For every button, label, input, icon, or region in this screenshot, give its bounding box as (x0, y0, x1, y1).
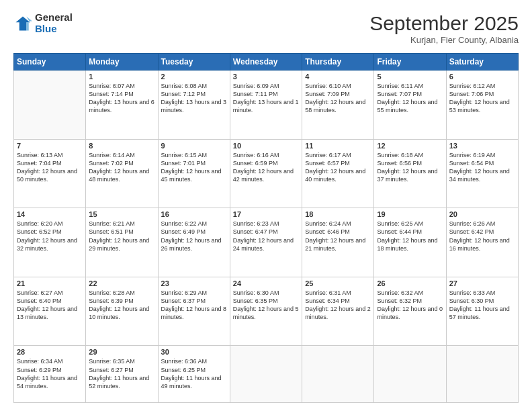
table-row: 25Sunrise: 6:31 AM Sunset: 6:34 PM Dayli… (302, 277, 374, 346)
col-sunday: Sunday (14, 54, 86, 71)
calendar-table: Sunday Monday Tuesday Wednesday Thursday… (13, 53, 519, 403)
logo-text: General Blue (35, 12, 73, 34)
day-number: 20 (449, 210, 515, 218)
table-row (446, 346, 518, 403)
day-number: 24 (233, 279, 299, 287)
col-thursday: Thursday (302, 54, 374, 71)
day-info: Sunrise: 6:19 AM Sunset: 6:54 PM Dayligh… (449, 151, 515, 184)
day-number: 22 (89, 279, 154, 287)
day-info: Sunrise: 6:07 AM Sunset: 7:14 PM Dayligh… (89, 82, 154, 115)
table-row (374, 346, 446, 403)
table-row: 6Sunrise: 6:12 AM Sunset: 7:06 PM Daylig… (446, 71, 518, 140)
table-row: 26Sunrise: 6:32 AM Sunset: 6:32 PM Dayli… (374, 277, 446, 346)
logo-general-text: General (35, 12, 73, 24)
table-row: 22Sunrise: 6:28 AM Sunset: 6:39 PM Dayli… (86, 277, 158, 346)
table-row: 11Sunrise: 6:17 AM Sunset: 6:57 PM Dayli… (302, 139, 374, 208)
day-info: Sunrise: 6:26 AM Sunset: 6:42 PM Dayligh… (449, 220, 515, 253)
day-info: Sunrise: 6:21 AM Sunset: 6:51 PM Dayligh… (89, 220, 154, 253)
day-number: 6 (449, 73, 515, 81)
day-info: Sunrise: 6:15 AM Sunset: 7:01 PM Dayligh… (161, 151, 227, 184)
day-info: Sunrise: 6:32 AM Sunset: 6:32 PM Dayligh… (377, 289, 443, 322)
day-number: 4 (305, 73, 371, 81)
day-info: Sunrise: 6:35 AM Sunset: 6:27 PM Dayligh… (89, 357, 154, 390)
day-number: 7 (17, 142, 83, 150)
day-number: 25 (305, 279, 371, 287)
table-row: 8Sunrise: 6:14 AM Sunset: 7:02 PM Daylig… (86, 139, 158, 208)
table-row (14, 71, 86, 140)
table-row: 23Sunrise: 6:29 AM Sunset: 6:37 PM Dayli… (158, 277, 230, 346)
day-info: Sunrise: 6:16 AM Sunset: 6:59 PM Dayligh… (233, 151, 299, 184)
table-row: 14Sunrise: 6:20 AM Sunset: 6:52 PM Dayli… (14, 208, 86, 277)
location-subtitle: Kurjan, Fier County, Albania (369, 35, 519, 45)
day-number: 18 (305, 210, 371, 218)
day-info: Sunrise: 6:18 AM Sunset: 6:56 PM Dayligh… (377, 151, 443, 184)
header: General Blue September 2025 Kurjan, Fier… (13, 12, 519, 45)
table-row (302, 346, 374, 403)
day-number: 17 (233, 210, 299, 218)
svg-marker-1 (26, 16, 32, 30)
table-row: 24Sunrise: 6:30 AM Sunset: 6:35 PM Dayli… (230, 277, 302, 346)
day-number: 30 (161, 348, 227, 356)
day-number: 23 (161, 279, 227, 287)
day-number: 8 (89, 142, 154, 150)
col-saturday: Saturday (446, 54, 518, 71)
calendar-header-row: Sunday Monday Tuesday Wednesday Thursday… (14, 54, 519, 71)
day-number: 1 (89, 73, 154, 81)
day-number: 29 (89, 348, 154, 356)
day-info: Sunrise: 6:09 AM Sunset: 7:11 PM Dayligh… (233, 82, 299, 115)
table-row: 10Sunrise: 6:16 AM Sunset: 6:59 PM Dayli… (230, 139, 302, 208)
day-info: Sunrise: 6:12 AM Sunset: 7:06 PM Dayligh… (449, 82, 515, 115)
day-number: 28 (17, 348, 83, 356)
day-info: Sunrise: 6:34 AM Sunset: 6:29 PM Dayligh… (17, 357, 83, 390)
day-number: 3 (233, 73, 299, 81)
col-friday: Friday (374, 54, 446, 71)
table-row (230, 346, 302, 403)
day-info: Sunrise: 6:33 AM Sunset: 6:30 PM Dayligh… (449, 289, 515, 322)
day-info: Sunrise: 6:27 AM Sunset: 6:40 PM Dayligh… (17, 289, 83, 322)
day-info: Sunrise: 6:17 AM Sunset: 6:57 PM Dayligh… (305, 151, 371, 184)
day-info: Sunrise: 6:25 AM Sunset: 6:44 PM Dayligh… (377, 220, 443, 253)
day-info: Sunrise: 6:23 AM Sunset: 6:47 PM Dayligh… (233, 220, 299, 253)
day-number: 5 (377, 73, 443, 81)
day-info: Sunrise: 6:31 AM Sunset: 6:34 PM Dayligh… (305, 289, 371, 322)
day-info: Sunrise: 6:29 AM Sunset: 6:37 PM Dayligh… (161, 289, 227, 322)
day-number: 19 (377, 210, 443, 218)
table-row: 5Sunrise: 6:11 AM Sunset: 7:07 PM Daylig… (374, 71, 446, 140)
day-number: 21 (17, 279, 83, 287)
col-monday: Monday (86, 54, 158, 71)
col-tuesday: Tuesday (158, 54, 230, 71)
title-area: September 2025 Kurjan, Fier County, Alba… (369, 12, 519, 45)
table-row: 4Sunrise: 6:10 AM Sunset: 7:09 PM Daylig… (302, 71, 374, 140)
table-row: 19Sunrise: 6:25 AM Sunset: 6:44 PM Dayli… (374, 208, 446, 277)
day-number: 10 (233, 142, 299, 150)
day-info: Sunrise: 6:36 AM Sunset: 6:25 PM Dayligh… (161, 357, 227, 390)
day-info: Sunrise: 6:22 AM Sunset: 6:49 PM Dayligh… (161, 220, 227, 253)
day-info: Sunrise: 6:24 AM Sunset: 6:46 PM Dayligh… (305, 220, 371, 253)
table-row: 12Sunrise: 6:18 AM Sunset: 6:56 PM Dayli… (374, 139, 446, 208)
day-number: 2 (161, 73, 227, 81)
day-info: Sunrise: 6:10 AM Sunset: 7:09 PM Dayligh… (305, 82, 371, 115)
table-row: 28Sunrise: 6:34 AM Sunset: 6:29 PM Dayli… (14, 346, 86, 403)
day-number: 14 (17, 210, 83, 218)
table-row: 16Sunrise: 6:22 AM Sunset: 6:49 PM Dayli… (158, 208, 230, 277)
table-row: 17Sunrise: 6:23 AM Sunset: 6:47 PM Dayli… (230, 208, 302, 277)
day-number: 15 (89, 210, 154, 218)
table-row: 3Sunrise: 6:09 AM Sunset: 7:11 PM Daylig… (230, 71, 302, 140)
table-row: 13Sunrise: 6:19 AM Sunset: 6:54 PM Dayli… (446, 139, 518, 208)
day-info: Sunrise: 6:20 AM Sunset: 6:52 PM Dayligh… (17, 220, 83, 253)
day-number: 26 (377, 279, 443, 287)
day-info: Sunrise: 6:14 AM Sunset: 7:02 PM Dayligh… (89, 151, 154, 184)
table-row: 15Sunrise: 6:21 AM Sunset: 6:51 PM Dayli… (86, 208, 158, 277)
table-row: 20Sunrise: 6:26 AM Sunset: 6:42 PM Dayli… (446, 208, 518, 277)
logo-blue-text: Blue (35, 24, 73, 35)
table-row: 9Sunrise: 6:15 AM Sunset: 7:01 PM Daylig… (158, 139, 230, 208)
table-row: 29Sunrise: 6:35 AM Sunset: 6:27 PM Dayli… (86, 346, 158, 403)
day-info: Sunrise: 6:13 AM Sunset: 7:04 PM Dayligh… (17, 151, 83, 184)
table-row: 18Sunrise: 6:24 AM Sunset: 6:46 PM Dayli… (302, 208, 374, 277)
table-row: 30Sunrise: 6:36 AM Sunset: 6:25 PM Dayli… (158, 346, 230, 403)
day-info: Sunrise: 6:08 AM Sunset: 7:12 PM Dayligh… (161, 82, 227, 115)
table-row: 7Sunrise: 6:13 AM Sunset: 7:04 PM Daylig… (14, 139, 86, 208)
page: General Blue September 2025 Kurjan, Fier… (0, 0, 532, 411)
logo-icon (13, 14, 32, 33)
table-row: 21Sunrise: 6:27 AM Sunset: 6:40 PM Dayli… (14, 277, 86, 346)
